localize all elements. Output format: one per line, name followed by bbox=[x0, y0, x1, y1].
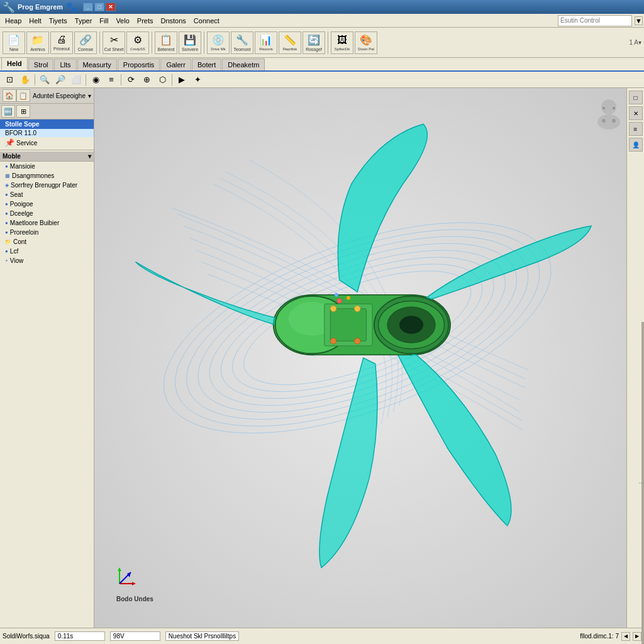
menu-fill[interactable]: Fill bbox=[96, 16, 112, 26]
dceelge-bullet-icon: ● bbox=[5, 211, 8, 216]
rp-btn4[interactable]: 👤 bbox=[629, 138, 643, 152]
view-options-button[interactable]: ≡ bbox=[104, 74, 118, 86]
resources-button[interactable]: 📊Risooris bbox=[255, 31, 277, 54]
tab-galerr[interactable]: Galerr bbox=[160, 58, 191, 70]
menu-dnstons[interactable]: Dnstons bbox=[157, 16, 189, 26]
rp-btn3[interactable]: ≡ bbox=[629, 122, 643, 136]
repline-button[interactable]: 📏Reprtble bbox=[279, 31, 301, 54]
archives-button[interactable]: 📁Arehivs bbox=[26, 31, 49, 54]
star-button[interactable]: ✦ bbox=[191, 74, 204, 86]
tree-item-seat[interactable]: ● Seat bbox=[0, 190, 94, 199]
selected-section[interactable]: Stolle Sope bbox=[0, 119, 94, 129]
menu-prets[interactable]: Prets bbox=[133, 16, 157, 26]
rp-btn2[interactable]: ✕ bbox=[629, 106, 643, 120]
viewport[interactable]: Bodo Undes bbox=[94, 88, 626, 628]
tree-item-maetloore[interactable]: ● Maetloore Buibier bbox=[0, 218, 94, 228]
tree-item-sorrfrey[interactable]: ◈ Sorrfrey Brenugpr Pater bbox=[0, 180, 94, 190]
drive-button[interactable]: 💿Drive Mk bbox=[207, 31, 230, 54]
logo-icon: 🐾 bbox=[65, 1, 78, 13]
printout-button[interactable]: 🖨Prineout bbox=[50, 31, 73, 54]
menu-heap[interactable]: Heap bbox=[1, 16, 25, 26]
grid-icon: ▦ bbox=[5, 173, 10, 179]
minimize-button[interactable]: _ bbox=[83, 3, 93, 11]
viow-label: Viow bbox=[10, 257, 24, 264]
maximize-button[interactable]: □ bbox=[94, 3, 104, 11]
pooigoe-label: Pooigoe bbox=[10, 201, 33, 208]
status-btn-left[interactable]: ◀ bbox=[621, 632, 630, 641]
tree-item-lcf[interactable]: ● Lcf bbox=[0, 247, 94, 256]
dceelge-label: Dceelge bbox=[10, 210, 33, 217]
seat-bullet-icon: ● bbox=[5, 192, 8, 197]
app-logo-icon: 🔧 bbox=[3, 1, 15, 13]
zoom-out-button[interactable]: 🔎 bbox=[53, 74, 67, 86]
search-box[interactable] bbox=[558, 15, 632, 26]
tab-measurty[interactable]: Measurty bbox=[77, 58, 117, 70]
rotate-button[interactable]: ⟳ bbox=[124, 74, 138, 86]
tb2-sep4 bbox=[172, 74, 172, 86]
tree-tool1[interactable]: 🔤 bbox=[1, 105, 15, 118]
tree-item-dsangmmones[interactable]: ▦ Dsangmmones bbox=[0, 171, 94, 180]
service-label: Service bbox=[16, 140, 37, 147]
maetloore-label: Maetloore Buibier bbox=[10, 219, 59, 226]
tab-llts[interactable]: Llts bbox=[54, 58, 76, 70]
status-btn-right[interactable]: ▶ bbox=[633, 632, 641, 641]
sonvere-button[interactable]: 💾Sonvere bbox=[179, 31, 201, 54]
menu-typer[interactable]: Typer bbox=[71, 16, 96, 26]
coordinate-triad bbox=[113, 558, 145, 590]
close-button[interactable]: ✕ bbox=[106, 3, 116, 11]
search-dropdown-button[interactable]: ▼ bbox=[635, 16, 643, 25]
teomont-button[interactable]: 🔧Teomont bbox=[231, 31, 253, 54]
svg-point-31 bbox=[330, 338, 336, 345]
tree-item-viow[interactable]: + Viow bbox=[0, 256, 94, 265]
tab-strol[interactable]: Strol bbox=[28, 58, 54, 70]
zoom-fit-button[interactable]: ⬜ bbox=[69, 74, 83, 86]
tree-tool2[interactable]: ⊞ bbox=[16, 105, 30, 118]
add-button[interactable]: ⊕ bbox=[140, 74, 153, 86]
window-controls: _ □ ✕ bbox=[83, 3, 116, 11]
tab-dheaketm[interactable]: Dheaketm bbox=[222, 58, 265, 70]
orbit-button[interactable]: ◉ bbox=[89, 74, 103, 86]
zoom-in-button[interactable]: 🔍 bbox=[38, 74, 52, 86]
rp-btn1[interactable]: □ bbox=[629, 91, 643, 104]
diamond-icon: ◈ bbox=[5, 182, 9, 188]
dosin-button[interactable]: 🎨Dosin Pal bbox=[355, 31, 377, 54]
menu-connect[interactable]: Connect bbox=[190, 16, 223, 26]
play-button[interactable]: ▶ bbox=[175, 74, 189, 86]
rossger-button[interactable]: 🔄Rossgef bbox=[303, 31, 325, 54]
tree-item-proreeloin[interactable]: ● Proreeloin bbox=[0, 228, 94, 237]
softeco-button[interactable]: 🖼SpftecDk bbox=[331, 31, 353, 54]
tree-btn1[interactable]: 🏠 bbox=[3, 89, 16, 102]
compdyss-button[interactable]: ⚙CmdySS bbox=[126, 31, 149, 54]
expand-arrow-icon[interactable]: ▾ bbox=[88, 92, 91, 99]
moble-section-header[interactable]: Moble ▾ bbox=[0, 152, 94, 162]
pooigoe-bullet-icon: ● bbox=[5, 201, 8, 207]
betererd-button[interactable]: 📋Betererd bbox=[155, 31, 177, 54]
tab-held[interactable]: Held bbox=[1, 57, 28, 70]
cut-sheet-button[interactable]: ✂Cut Sheet bbox=[103, 31, 125, 54]
menu-tiyets[interactable]: Tiyets bbox=[45, 16, 71, 26]
connect-button[interactable]: 🔗Connoe bbox=[74, 31, 97, 54]
status-file-info: fllod.dimc.1: 7 bbox=[580, 633, 619, 640]
tree-item-mansioie[interactable]: ● Mansioie bbox=[0, 162, 94, 171]
title-bar: 🔧 Prog Emgrem 🐾 _ □ ✕ bbox=[0, 0, 644, 14]
tree-item-cont[interactable]: 📁 Cont bbox=[0, 237, 94, 247]
new-file-button[interactable]: 📄New bbox=[3, 31, 25, 54]
mesh-button[interactable]: ⬡ bbox=[155, 74, 169, 86]
hand-tool-button[interactable]: ✋ bbox=[18, 74, 32, 86]
scene-svg bbox=[94, 88, 626, 628]
tree-item-dceelge[interactable]: ● Dceelge bbox=[0, 209, 94, 218]
tab-botert[interactable]: Botert bbox=[192, 58, 221, 70]
select-all-button[interactable]: ⊡ bbox=[3, 74, 16, 86]
svg-marker-43 bbox=[132, 582, 135, 586]
proreeloin-bullet-icon: ● bbox=[5, 230, 8, 235]
tree-btn2[interactable]: 📋 bbox=[16, 89, 30, 102]
scene-label: Bodo Undes bbox=[116, 596, 153, 602]
tab-proposrtis[interactable]: Proposrtis bbox=[118, 58, 160, 70]
cont-folder-icon: 📁 bbox=[5, 239, 11, 245]
service-item[interactable]: 📌 Service bbox=[0, 137, 94, 148]
menu-helt[interactable]: Helt bbox=[25, 16, 45, 26]
search-input[interactable] bbox=[560, 17, 630, 24]
menu-velo[interactable]: Velo bbox=[112, 16, 133, 26]
tree-item-pooigoe[interactable]: ● Pooigoe bbox=[0, 199, 94, 209]
main-content: 🏠 📋 Aduntel Espeoighe ▾ 🔤 ⊞ Stolle Sope … bbox=[0, 88, 644, 628]
